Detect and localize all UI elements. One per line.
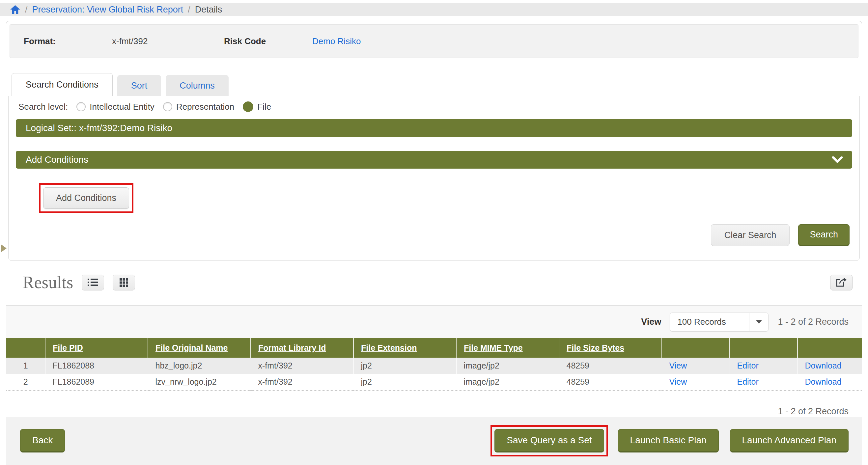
records-per-page-value: 100 Records xyxy=(670,317,749,327)
cell-file-mime-type: image/jp2 xyxy=(456,358,559,374)
caret-down-icon[interactable] xyxy=(749,313,768,331)
records-per-page-select[interactable]: 100 Records xyxy=(670,312,769,332)
download-link[interactable]: Download xyxy=(805,377,842,386)
table-row: 2 FL1862089 lzv_nrw_logo.jp2 x-fmt/392 j… xyxy=(6,374,862,390)
grid-view-icon xyxy=(119,278,128,287)
tab-search-conditions[interactable]: Search Conditions xyxy=(11,73,113,96)
breadcrumb-separator: / xyxy=(188,5,190,15)
results-header: Results xyxy=(6,261,862,305)
view-band: View 100 Records 1 - 2 of 2 Records xyxy=(6,305,862,338)
header-file-mime-type[interactable]: File MIME Type xyxy=(456,338,559,358)
table-row: 1 FL1862088 hbz_logo.jp2 x-fmt/392 jp2 i… xyxy=(6,358,862,374)
breadcrumb-current: Details xyxy=(195,5,222,15)
tab-sort[interactable]: Sort xyxy=(117,75,161,96)
export-icon xyxy=(836,278,847,287)
breadcrumb: / Preservation: View Global Risk Report … xyxy=(0,3,868,16)
format-value: x-fmt/392 xyxy=(112,36,224,46)
back-button[interactable]: Back xyxy=(20,429,65,453)
radio-representation[interactable] xyxy=(163,102,172,111)
cell-file-original-name: lzv_nrw_logo.jp2 xyxy=(148,374,251,390)
editor-link[interactable]: Editor xyxy=(737,377,758,386)
clear-search-button[interactable]: Clear Search xyxy=(711,224,790,246)
cell-file-mime-type: image/jp2 xyxy=(456,374,559,390)
grid-view-button[interactable] xyxy=(113,275,135,290)
breadcrumb-link-report[interactable]: Preservation: View Global Risk Report xyxy=(32,5,184,15)
view-link[interactable]: View xyxy=(670,377,687,386)
header-view-actions xyxy=(662,338,730,358)
header-file-original-name[interactable]: File Original Name xyxy=(148,338,251,358)
view-label: View xyxy=(641,317,661,327)
breadcrumb-separator: / xyxy=(25,5,28,15)
cell-file-original-name: hbz_logo.jp2 xyxy=(148,358,251,374)
chevron-down-icon[interactable] xyxy=(832,156,843,163)
radio-label-intellectual-entity: Intellectual Entity xyxy=(90,102,154,112)
cell-file-extension: jp2 xyxy=(353,374,456,390)
tabs: Search Conditions Sort Columns xyxy=(6,73,862,96)
main-container: Format: x-fmt/392 Risk Code Demo Risiko … xyxy=(6,21,862,465)
add-conditions-section-bar[interactable]: Add Conditions xyxy=(16,151,852,168)
search-actions-row: Clear Search Search xyxy=(8,213,860,246)
header-row-number xyxy=(6,338,45,358)
annotation-highlight: Add Conditions xyxy=(39,183,133,213)
results-title: Results xyxy=(23,273,73,292)
header-format-library-id[interactable]: Format Library Id xyxy=(251,338,353,358)
page: / Preservation: View Global Risk Report … xyxy=(0,0,868,465)
search-conditions-panel: Search level: Intellectual Entity Repres… xyxy=(8,96,860,261)
add-conditions-button[interactable]: Add Conditions xyxy=(43,187,129,209)
cell-file-pid: FL1862089 xyxy=(45,374,148,390)
row-number: 1 xyxy=(6,358,45,374)
risk-code-label: Risk Code xyxy=(224,36,312,46)
radio-label-file: File xyxy=(257,102,271,112)
format-info-box: Format: x-fmt/392 Risk Code Demo Risiko xyxy=(9,24,859,58)
cell-file-size-bytes: 48259 xyxy=(559,358,662,374)
header-file-extension[interactable]: File Extension xyxy=(353,338,456,358)
search-button[interactable]: Search xyxy=(798,224,849,246)
cell-file-extension: jp2 xyxy=(353,358,456,374)
export-button[interactable] xyxy=(830,275,852,290)
launch-advanced-plan-button[interactable]: Launch Advanced Plan xyxy=(730,429,848,453)
tab-columns[interactable]: Columns xyxy=(166,75,228,96)
footer-action-bar: Back Save Query as a Set Launch Basic Pl… xyxy=(6,417,862,465)
header-file-pid[interactable]: File PID xyxy=(45,338,148,358)
header-file-size-bytes[interactable]: File Size Bytes xyxy=(559,338,662,358)
records-count-bottom: 1 - 2 of 2 Records xyxy=(6,391,862,416)
view-link[interactable]: View xyxy=(670,361,687,370)
cell-format-library-id: x-fmt/392 xyxy=(251,358,353,374)
row-number: 2 xyxy=(6,374,45,390)
results-table: File PID File Original Name Format Libra… xyxy=(6,338,862,391)
cell-file-size-bytes: 48259 xyxy=(559,374,662,390)
records-count-top: 1 - 2 of 2 Records xyxy=(778,317,848,327)
risk-code-link[interactable]: Demo Risiko xyxy=(312,36,361,46)
collapse-handle-icon[interactable] xyxy=(1,244,7,252)
add-conditions-section-label: Add Conditions xyxy=(26,154,88,165)
home-icon[interactable] xyxy=(10,5,21,14)
launch-basic-plan-button[interactable]: Launch Basic Plan xyxy=(618,429,719,453)
search-level-row: Search level: Intellectual Entity Repres… xyxy=(8,96,860,112)
radio-file[interactable] xyxy=(243,101,253,112)
search-level-label: Search level: xyxy=(19,102,68,112)
add-conditions-row: Add Conditions xyxy=(8,168,860,213)
editor-link[interactable]: Editor xyxy=(737,361,758,370)
list-view-icon xyxy=(87,278,98,287)
radio-intellectual-entity[interactable] xyxy=(76,102,86,111)
table-header-row: File PID File Original Name Format Libra… xyxy=(6,338,862,358)
format-label: Format: xyxy=(24,36,112,46)
save-query-as-set-button[interactable]: Save Query as a Set xyxy=(494,429,604,453)
radio-label-representation: Representation xyxy=(176,102,234,112)
cell-file-pid: FL1862088 xyxy=(45,358,148,374)
annotation-highlight: Save Query as a Set xyxy=(491,425,608,457)
download-link[interactable]: Download xyxy=(805,361,842,370)
list-view-button[interactable] xyxy=(82,275,104,290)
logical-set-bar: Logical Set:: x-fmt/392:Demo Risiko xyxy=(16,119,852,137)
cell-format-library-id: x-fmt/392 xyxy=(251,374,353,390)
header-download-actions xyxy=(798,338,862,358)
logical-set-label: Logical Set:: x-fmt/392:Demo Risiko xyxy=(26,123,172,133)
header-editor-actions xyxy=(730,338,798,358)
